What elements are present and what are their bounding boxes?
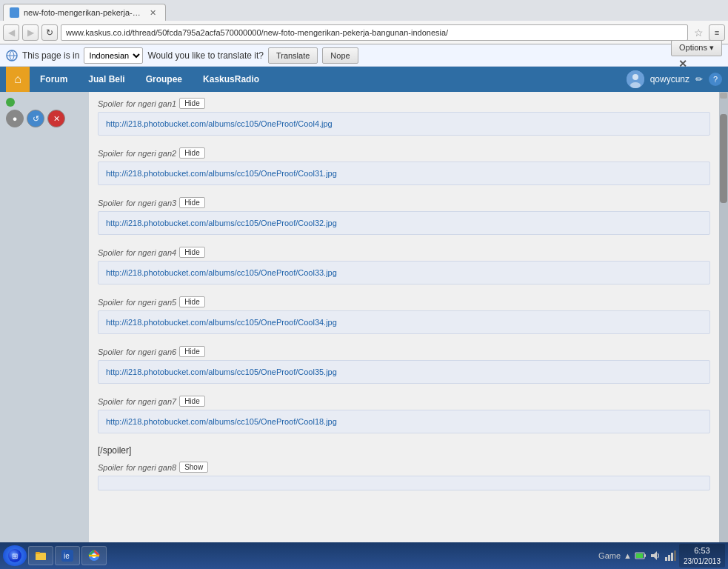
network-icon — [664, 550, 676, 562]
spoiler-hide-btn-6[interactable]: Hide — [179, 346, 205, 357]
spoiler-for-text-3: for ngeri gan3 — [126, 199, 176, 207]
spoiler-link-2[interactable]: http://i218.photobucket.com/albums/cc105… — [106, 169, 337, 178]
spoiler-label-5: Spoiler — [98, 298, 123, 307]
tab-close-btn[interactable]: ✕ — [150, 8, 156, 18]
battery-icon — [635, 550, 647, 562]
spoiler-hide-btn-2[interactable]: Hide — [179, 147, 205, 159]
spoiler-block-2: Spoiler for ngeri gan2 Hide http://i218.… — [98, 147, 710, 185]
spoiler-header-1: Spoiler for ngeri gan1 Hide — [98, 98, 710, 109]
tab-bar: new-foto-mengerikan-pekerja-bangunan-ind… — [0, 0, 728, 21]
spoiler-header-5: Spoiler for ngeri gan5 Hide — [98, 296, 710, 307]
back-button[interactable]: ◀ — [3, 24, 19, 41]
spoiler-block-8: Spoiler for ngeri gan8 Show — [98, 462, 710, 490]
taskbar-app-icon: ie — [61, 550, 73, 562]
start-button[interactable]: ⊞ — [3, 545, 27, 566]
sidebar-icon-gray[interactable]: ● — [6, 110, 24, 127]
spoiler-show-btn-8[interactable]: Show — [179, 462, 208, 473]
spoiler-header-3: Spoiler for ngeri gan3 Hide — [98, 197, 710, 208]
spoiler-link-1[interactable]: http://i218.photobucket.com/albums/cc105… — [106, 119, 333, 128]
user-avatar — [627, 70, 644, 88]
nav-forum[interactable]: Forum — [30, 67, 78, 92]
svg-text:⊞: ⊞ — [12, 552, 18, 560]
spoiler-block-4: Spoiler for ngeri gan4 Hide http://i218.… — [98, 247, 710, 284]
svg-rect-9 — [36, 552, 40, 554]
spoiler-for-text-1: for ngeri gan1 — [126, 99, 176, 108]
tab-title: new-foto-mengerikan-pekerja-bangunan-ind… — [24, 8, 142, 17]
main-content: Spoiler for ngeri gan1 Hide http://i218.… — [89, 92, 719, 542]
sidebar-icon-red[interactable]: ✕ — [47, 110, 65, 127]
closing-tag: [/spoiler] — [98, 445, 710, 456]
taskbar-icon-2[interactable]: ie — [55, 546, 80, 565]
bookmark-star[interactable]: ☆ — [691, 25, 706, 40]
svg-rect-15 — [644, 554, 646, 557]
taskbar-explorer[interactable] — [28, 546, 53, 565]
forward-button[interactable]: ▶ — [22, 24, 39, 41]
nav-jual-beli[interactable]: Jual Beli — [78, 67, 135, 92]
translate-prefix: This page is in — [22, 50, 79, 61]
browser-frame: new-foto-mengerikan-pekerja-bangunan-ind… — [0, 0, 728, 569]
scroll-thumb[interactable] — [720, 114, 727, 203]
spoiler-header-4: Spoiler for ngeri gan4 Hide — [98, 247, 710, 258]
chrome-icon — [88, 550, 100, 562]
translate-bar: This page is in Indonesian Would you lik… — [0, 44, 728, 67]
spoiler-hide-btn-3[interactable]: Hide — [179, 197, 205, 208]
svg-point-3 — [632, 74, 638, 80]
nav-kaskusradio[interactable]: KaskusRadio — [193, 67, 270, 92]
spoiler-hide-btn-1[interactable]: Hide — [179, 98, 205, 109]
translate-question: Would you like to translate it? — [147, 50, 264, 61]
sidebar-icon-blue[interactable]: ↺ — [27, 110, 44, 127]
folder-icon — [35, 550, 47, 562]
language-select[interactable]: Indonesian — [84, 47, 143, 64]
spoiler-block-6: Spoiler for ngeri gan6 Hide http://i218.… — [98, 346, 710, 384]
spoiler-for-text-4: for ngeri gan4 — [126, 248, 176, 257]
spoiler-hide-btn-4[interactable]: Hide — [179, 247, 205, 258]
spoiler-hidden-content-8 — [98, 476, 710, 490]
svg-rect-20 — [671, 553, 673, 561]
svg-rect-8 — [36, 554, 46, 560]
spoiler-hide-btn-7[interactable]: Hide — [179, 396, 205, 407]
taskbar-chrome[interactable] — [81, 546, 107, 565]
spoiler-content-1: http://i218.photobucket.com/albums/cc105… — [98, 112, 710, 136]
edit-icon[interactable]: ✏ — [695, 74, 703, 84]
spoiler-for-text-6: for ngeri gan6 — [126, 347, 176, 356]
taskbar-clock[interactable]: 6:53 23/01/2013 — [679, 544, 725, 567]
spoiler-header-7: Spoiler for ngeri gan7 Hide — [98, 396, 710, 407]
help-icon[interactable]: ? — [709, 73, 722, 86]
taskbar-expand-icon[interactable]: ▲ — [624, 551, 632, 560]
nav-right: qowycunz ✏ ? — [627, 70, 722, 88]
address-bar[interactable]: www.kaskus.co.id/thread/50fcda795a2acfa5… — [61, 24, 688, 41]
nav-groupee[interactable]: Groupee — [136, 67, 193, 92]
scroll-up-btn[interactable] — [720, 93, 727, 99]
refresh-button[interactable]: ↻ — [41, 24, 58, 41]
options-button[interactable]: Options ▾ — [671, 40, 722, 56]
svg-rect-16 — [636, 553, 643, 558]
spoiler-link-3[interactable]: http://i218.photobucket.com/albums/cc105… — [106, 219, 337, 227]
spoiler-hide-btn-5[interactable]: Hide — [179, 296, 205, 307]
spoiler-label-3: Spoiler — [98, 199, 123, 207]
spoiler-link-7[interactable]: http://i218.photobucket.com/albums/cc105… — [106, 417, 337, 426]
translate-button[interactable]: Translate — [268, 47, 318, 64]
spoiler-label-1: Spoiler — [98, 99, 123, 108]
scrollbar[interactable] — [719, 92, 728, 542]
active-tab[interactable]: new-foto-mengerikan-pekerja-bangunan-ind… — [3, 4, 166, 21]
spoiler-block-7: Spoiler for ngeri gan7 Hide http://i218.… — [98, 396, 710, 433]
spoiler-content-6: http://i218.photobucket.com/albums/cc105… — [98, 360, 710, 384]
spoiler-content-7: http://i218.photobucket.com/albums/cc105… — [98, 410, 710, 433]
username: qowycunz — [650, 74, 689, 84]
spoiler-block-3: Spoiler for ngeri gan3 Hide http://i218.… — [98, 197, 710, 235]
spoiler-for-text-7: for ngeri gan7 — [126, 397, 176, 406]
sidebar-icons: ● ↺ ✕ — [6, 110, 83, 127]
nav-bar: ◀ ▶ ↻ www.kaskus.co.id/thread/50fcda795a… — [0, 21, 728, 44]
translate-icon — [6, 50, 18, 61]
spoiler-label-7: Spoiler — [98, 397, 123, 406]
spoiler-content-5: http://i218.photobucket.com/albums/cc105… — [98, 310, 710, 334]
spoiler-link-5[interactable]: http://i218.photobucket.com/albums/cc105… — [106, 318, 337, 327]
spoiler-label-4: Spoiler — [98, 248, 123, 257]
spoiler-header-8: Spoiler for ngeri gan8 Show — [98, 462, 710, 473]
spoiler-link-6[interactable]: http://i218.photobucket.com/albums/cc105… — [106, 367, 337, 376]
spoiler-header-6: Spoiler for ngeri gan6 Hide — [98, 346, 710, 357]
spoiler-link-4[interactable]: http://i218.photobucket.com/albums/cc105… — [106, 268, 337, 277]
menu-button[interactable]: ≡ — [709, 24, 725, 41]
nope-button[interactable]: Nope — [322, 47, 358, 64]
home-button[interactable]: ⌂ — [6, 67, 30, 92]
